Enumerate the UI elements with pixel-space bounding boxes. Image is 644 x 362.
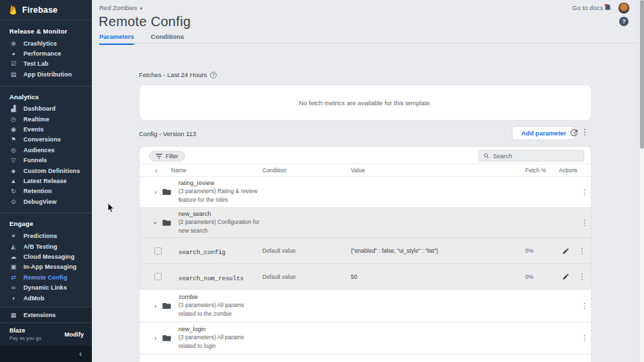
- sidebar-item-label: Retention: [23, 188, 52, 194]
- sidebar-item-label: Audiences: [23, 147, 54, 154]
- sidebar-item-label: Remote Config: [23, 274, 67, 281]
- table-row-search-num-results[interactable]: search_num_resultsDefault value500%⋮: [140, 264, 591, 290]
- table-row-new-search[interactable]: ›new_search(2 parameters) Configuration …: [140, 208, 591, 238]
- fetch-metrics-card: No fetch metrics are available for this …: [139, 84, 592, 121]
- sidebar-item-cloud-messaging[interactable]: ☁Cloud Messaging: [0, 251, 92, 261]
- sidebar-item-admob[interactable]: ◖AdMob: [0, 293, 92, 303]
- section-divider: [0, 86, 92, 86]
- sidebar-item-label: Crashlytics: [23, 40, 57, 47]
- sidebar-item-label: Performance: [23, 50, 61, 57]
- sidebar-item-funnels[interactable]: ▽Funnels: [0, 156, 92, 166]
- edit-pencil-icon[interactable]: [562, 273, 570, 280]
- sidebar-item-app-distribution[interactable]: ▤App Distribution: [0, 69, 92, 79]
- column-header-fetch: Fetch %: [524, 167, 559, 174]
- chevron-right-icon[interactable]: ›: [154, 335, 157, 342]
- modify-plan-button[interactable]: Modify: [64, 331, 84, 338]
- table-rows: ›rating_review(3 parameters) Rating & re…: [140, 177, 591, 362]
- version-history-icon[interactable]: [569, 128, 578, 140]
- row-checkbox[interactable]: [154, 247, 162, 255]
- table-row-new-login[interactable]: ›new_login(3 parameters) All params rela…: [140, 322, 591, 355]
- sidebar-item-events[interactable]: ◉Events: [0, 124, 92, 134]
- row-expand-cell: ›: [140, 335, 178, 342]
- group-name: new_login: [178, 326, 262, 333]
- go-to-docs-link[interactable]: Go to docs: [572, 4, 603, 11]
- row-checkbox[interactable]: [154, 273, 162, 280]
- add-parameter-button[interactable]: Add parameter: [512, 126, 576, 140]
- collapse-sidebar-icon[interactable]: ‹: [79, 350, 82, 358]
- tab-conditions[interactable]: Conditions: [151, 33, 184, 45]
- main-area: Red Zombies▾ Go to docs Remote Config Pa…: [92, 0, 639, 362]
- table-row-search-config[interactable]: search_configDefault value{"enabled" : f…: [140, 238, 591, 264]
- sidebar-item-extensions[interactable]: ▦ Extensions: [0, 308, 92, 322]
- chevron-down-icon[interactable]: ›: [152, 221, 159, 224]
- row-overflow-menu-icon[interactable]: ⋮: [581, 188, 588, 196]
- sidebar-item-audiences[interactable]: ◎Audiences: [0, 145, 92, 155]
- config-overflow-menu-icon[interactable]: ⋮: [581, 127, 589, 137]
- notifications-bell-icon[interactable]: [604, 3, 612, 15]
- sidebar-item-realtime[interactable]: ◷Realtime: [0, 114, 92, 124]
- sidebar-item-label: Test Lab: [23, 60, 48, 67]
- sidebar-item-crashlytics[interactable]: ⊗Crashlytics: [0, 38, 92, 48]
- sidebar-item-debugview[interactable]: ⊙DebugView: [0, 196, 92, 206]
- sidebar: Firebase Release & Monitor⊗Crashlytics◕P…: [0, 0, 92, 362]
- row-overflow-menu-icon[interactable]: ⋮: [581, 335, 588, 342]
- vertical-scrollbar[interactable]: [639, 0, 644, 362]
- row-fetch-cell: 0%: [524, 247, 559, 254]
- audiences-icon: ◎: [9, 147, 17, 154]
- row-value-cell: {"enabled" : false, "ui_style" : "list"}: [351, 247, 524, 254]
- edit-pencil-icon[interactable]: [562, 247, 570, 255]
- sidebar-item-performance[interactable]: ◕Performance: [0, 48, 92, 58]
- row-actions-cell: ⋮: [559, 188, 592, 196]
- sidebar-item-predictions[interactable]: ✶Predictions: [0, 231, 92, 241]
- filter-label: Filter: [166, 153, 178, 160]
- performance-icon: ◕: [9, 50, 17, 57]
- scrollbar-thumb[interactable]: [640, 0, 644, 149]
- table-row-zombie[interactable]: ›zombie(3 parameters) All params related…: [140, 290, 591, 322]
- sidebar-item-label: Predictions: [23, 233, 57, 239]
- fetches-help-icon[interactable]: ?: [210, 72, 217, 78]
- sidebar-item-latest-release[interactable]: ▲Latest Release: [0, 176, 92, 186]
- group-description: (2 parameters) Configuration for new sea…: [178, 218, 262, 235]
- parameter-name: search_config: [178, 249, 225, 256]
- latest-release-icon: ▲: [9, 178, 17, 184]
- sidebar-item-dashboard[interactable]: ▟Dashboard: [0, 104, 92, 114]
- admob-icon: ◖: [9, 295, 17, 302]
- firebase-logo[interactable]: Firebase: [0, 0, 92, 20]
- row-actions-cell: ⋮: [559, 302, 592, 310]
- help-icon[interactable]: ?: [619, 17, 629, 26]
- sidebar-item-label: Conversions: [23, 136, 61, 143]
- row-actions-cell: ⋮: [559, 247, 592, 255]
- row-name-cell: new_search(2 parameters) Configuration f…: [178, 210, 262, 235]
- project-selector[interactable]: Red Zombies▾: [99, 4, 142, 11]
- sidebar-item-dynamic-links[interactable]: ∞Dynamic Links: [0, 282, 92, 292]
- chevron-right-icon[interactable]: ›: [154, 302, 157, 310]
- custom-definitions-icon: ◈: [9, 168, 17, 174]
- row-fetch-cell: 0%: [524, 274, 559, 280]
- avatar[interactable]: [618, 2, 630, 14]
- sidebar-item-retention[interactable]: ↻Retention: [0, 186, 92, 196]
- cloud-messaging-icon: ☁: [9, 253, 17, 260]
- expand-all-chevron-icon[interactable]: ›: [155, 167, 158, 174]
- search-icon: [484, 153, 489, 159]
- sidebar-item-label: Cloud Messaging: [23, 253, 74, 260]
- row-overflow-menu-icon[interactable]: ⋮: [581, 302, 588, 310]
- events-icon: ◉: [9, 126, 17, 133]
- crashlytics-icon: ⊗: [9, 40, 17, 47]
- row-overflow-menu-icon[interactable]: ⋮: [578, 247, 586, 255]
- sidebar-item-remote-config[interactable]: ⇄Remote Config: [0, 272, 92, 282]
- row-overflow-menu-icon[interactable]: ⋮: [578, 273, 586, 280]
- tab-parameters[interactable]: Parameters: [99, 33, 134, 45]
- sidebar-item-a-b-testing[interactable]: ◭A/B Testing: [0, 241, 92, 251]
- table-row-rating-review[interactable]: ›rating_review(3 parameters) Rating & re…: [140, 177, 591, 208]
- sidebar-item-conversions[interactable]: ⚑Conversions: [0, 135, 92, 145]
- folder-icon: [162, 188, 171, 196]
- row-overflow-menu-icon[interactable]: ⋮: [581, 219, 588, 227]
- search-input[interactable]: [493, 153, 579, 160]
- sidebar-item-test-lab[interactable]: ☑Test Lab: [0, 59, 92, 69]
- chevron-right-icon[interactable]: ›: [154, 188, 157, 196]
- firebase-wordmark: Firebase: [22, 5, 58, 15]
- sidebar-item-in-app-messaging[interactable]: ▣In-App Messaging: [0, 262, 92, 272]
- predictions-icon: ✶: [9, 233, 17, 239]
- filter-button[interactable]: Filter: [149, 151, 185, 162]
- sidebar-item-custom-definitions[interactable]: ◈Custom Definitions: [0, 166, 92, 176]
